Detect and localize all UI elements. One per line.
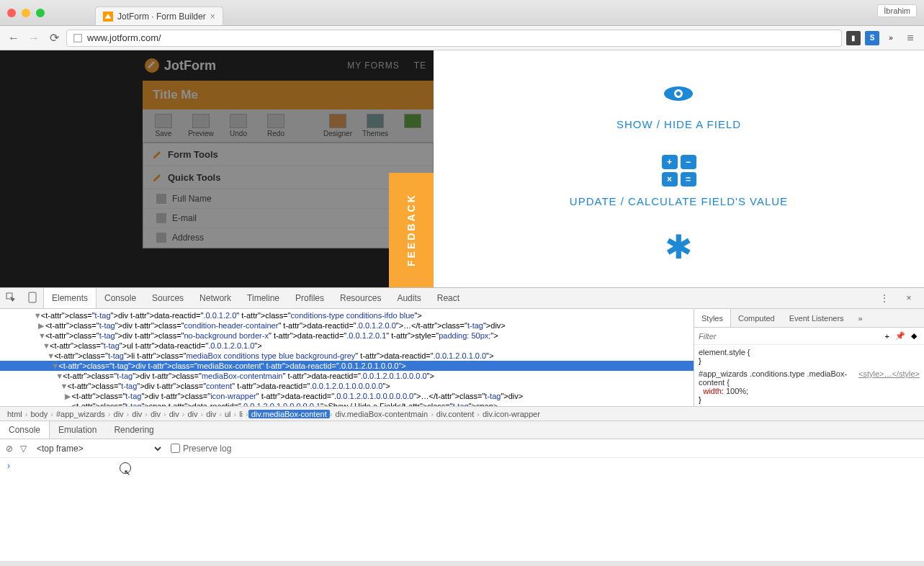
tab-react[interactable]: React — [429, 288, 467, 308]
clear-console-icon[interactable]: ⊘ — [6, 444, 13, 454]
elements-dom-tree[interactable]: ▼<t-attr">class="t-tag">div t-attr">data… — [0, 309, 694, 406]
condition-show-hide[interactable]: SHOW / HIDE A FIELD — [616, 79, 741, 130]
styles-tab-more-icon[interactable]: » — [851, 309, 870, 327]
breadcrumb-item[interactable]: div.icon-wrapper — [480, 410, 543, 418]
window-minimize-button[interactable] — [22, 9, 30, 17]
breadcrumb-item[interactable]: body — [27, 410, 50, 418]
tab-audits[interactable]: Audits — [389, 288, 429, 308]
new-rule-icon[interactable]: + — [882, 332, 892, 341]
section-form-tools[interactable]: Form Tools — [143, 143, 433, 166]
styles-filter-input[interactable] — [699, 332, 882, 341]
extra-button[interactable] — [398, 114, 428, 138]
breadcrumb-item[interactable]: ul — [222, 410, 234, 418]
devtools-panel: Elements Console Sources Network Timelin… — [0, 287, 924, 561]
styles-rules[interactable]: element.style { } <style>…</style>#app_w… — [694, 345, 924, 406]
asterisk-icon: ✱ — [665, 233, 693, 262]
drawer-tab-console[interactable]: Console — [0, 421, 50, 439]
condition-calculate[interactable]: +− ×= UPDATE / CALCULATE FIELD'S VALUE — [570, 156, 788, 207]
dom-node[interactable]: ▼<t-attr">class="t-tag">div t-attr">clas… — [0, 361, 694, 371]
condition-label: SHOW / HIDE A FIELD — [616, 118, 741, 130]
forward-button[interactable]: → — [26, 30, 42, 46]
breadcrumb-item[interactable]: div — [184, 410, 200, 418]
extension-icon[interactable]: ▮ — [846, 31, 861, 45]
pencil-icon — [152, 150, 162, 160]
chrome-menu-icon[interactable]: ≡ — [902, 30, 918, 46]
pencil-icon — [152, 173, 162, 183]
breadcrumb-item[interactable]: div — [148, 410, 163, 418]
devtools-menu-icon[interactable]: ⋮ — [874, 293, 895, 303]
form-toolbar: Save Preview Undo Redo Designer Themes — [143, 109, 434, 143]
breadcrumb-item[interactable]: li — [236, 410, 246, 418]
feedback-tab[interactable]: FEEDBACK — [389, 173, 434, 287]
inspect-element-icon[interactable] — [0, 292, 22, 305]
window-maximize-button[interactable] — [36, 9, 45, 17]
pin-icon[interactable]: 📌 — [892, 331, 908, 341]
redo-icon — [267, 114, 284, 128]
console-output[interactable]: › ↖ — [0, 458, 924, 561]
dom-node[interactable]: ▼<t-attr">class="t-tag">div t-attr">clas… — [0, 331, 694, 341]
frame-select[interactable]: <top frame> — [34, 443, 163, 454]
tab-close-icon[interactable]: × — [210, 12, 215, 22]
toggle-icon[interactable]: ◆ — [908, 331, 920, 341]
devtools-close-icon[interactable]: × — [898, 293, 920, 303]
back-button[interactable]: ← — [6, 30, 22, 46]
drawer-tab-emulation[interactable]: Emulation — [50, 421, 105, 439]
drawer-tab-rendering[interactable]: Rendering — [105, 421, 162, 439]
svg-point-5 — [676, 91, 681, 96]
themes-button[interactable]: Themes — [360, 114, 390, 138]
condition-required[interactable]: ✱ — [665, 233, 693, 262]
breadcrumb-item[interactable]: div — [166, 410, 182, 418]
jotform-logo[interactable]: JotForm — [144, 58, 216, 73]
nav-myforms[interactable]: MY FORMS — [347, 60, 399, 71]
breadcrumb-item[interactable]: #app_wizards — [53, 410, 108, 418]
breadcrumb-item[interactable]: div.mediaBox-content — [248, 410, 330, 418]
tab-timeline[interactable]: Timeline — [239, 288, 287, 308]
browser-tab[interactable]: JotForm · Form Builder × — [95, 6, 223, 25]
device-mode-icon[interactable] — [22, 292, 43, 305]
window-close-button[interactable] — [7, 9, 16, 17]
tab-console[interactable]: Console — [97, 288, 144, 308]
breadcrumb-item[interactable]: div.content — [434, 410, 477, 418]
download-icon — [404, 114, 421, 128]
dom-node[interactable]: ▶<t-attr">class="t-tag">div t-attr">clas… — [0, 320, 694, 331]
save-button[interactable]: Save — [148, 114, 179, 138]
reload-button[interactable]: ⟳ — [46, 30, 62, 46]
breadcrumb-item[interactable]: div — [129, 410, 145, 418]
tab-elements[interactable]: Elements — [43, 288, 97, 308]
dom-node[interactable]: ▼<t-attr">class="t-tag">div t-attr">clas… — [0, 371, 694, 381]
filter-icon[interactable]: ▽ — [20, 444, 27, 454]
designer-button[interactable]: Designer — [323, 114, 353, 138]
tab-network[interactable]: Network — [192, 288, 239, 308]
breadcrumb-item[interactable]: div — [111, 410, 127, 418]
dom-node[interactable]: ▼<t-attr">class="t-tag">div t-attr">clas… — [0, 381, 694, 391]
dom-node[interactable]: <t-attr">class="t-tag">span t-attr">data… — [0, 401, 694, 406]
redo-button[interactable]: Redo — [261, 114, 291, 138]
breadcrumb-item[interactable]: div — [203, 410, 219, 418]
tab-profiles[interactable]: Profiles — [287, 288, 332, 308]
dom-node[interactable]: ▼<t-attr">class="t-tag">li t-attr">class… — [0, 351, 694, 361]
breadcrumb-item[interactable]: html — [4, 410, 25, 418]
styles-tab-listeners[interactable]: Event Listeners — [782, 309, 851, 327]
undo-button[interactable]: Undo — [223, 114, 254, 138]
preserve-log-checkbox[interactable]: Preserve log — [171, 444, 231, 454]
cursor-arrow-icon: ↖ — [124, 468, 130, 477]
chrome-profile-badge[interactable]: İbrahim — [877, 4, 917, 17]
form-title[interactable]: Title Me — [143, 81, 434, 109]
nav-item[interactable]: TE — [414, 60, 426, 71]
address-bar[interactable]: www.jotform.com/ — [66, 30, 842, 47]
extension-icon[interactable]: S — [865, 31, 879, 45]
styles-tab-styles[interactable]: Styles — [694, 309, 731, 327]
dom-node[interactable]: ▼<t-attr">class="t-tag">ul t-attr">data-… — [0, 341, 694, 351]
extension-overflow-icon[interactable]: » — [884, 31, 898, 45]
tab-title: JotForm · Form Builder — [117, 12, 206, 22]
tab-resources[interactable]: Resources — [332, 288, 389, 308]
styles-tab-computed[interactable]: Computed — [731, 309, 782, 327]
person-icon — [156, 194, 166, 204]
eye-icon — [663, 84, 694, 104]
preview-button[interactable]: Preview — [186, 114, 216, 138]
dom-node[interactable]: ▶<t-attr">class="t-tag">div t-attr">clas… — [0, 391, 694, 401]
breadcrumb-item[interactable]: div.mediaBox-contentmain — [332, 410, 431, 418]
dom-node[interactable]: ▼<t-attr">class="t-tag">div t-attr">data… — [0, 310, 694, 320]
dom-breadcrumb[interactable]: html›body›#app_wizards›div›div›div›div›d… — [0, 406, 924, 421]
tab-sources[interactable]: Sources — [144, 288, 192, 308]
